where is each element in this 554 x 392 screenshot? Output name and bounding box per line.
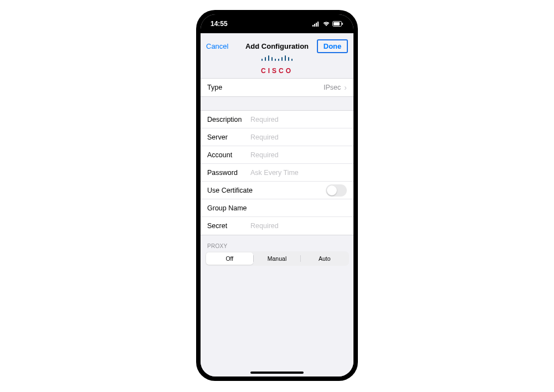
server-row: Server	[201, 128, 353, 146]
proxy-header: Proxy	[201, 235, 353, 251]
type-group: Type IPsec ›	[201, 78, 353, 97]
description-input[interactable]	[250, 116, 347, 123]
server-label: Server	[207, 133, 250, 141]
svg-rect-1	[314, 24, 315, 27]
proxy-option-manual[interactable]: Manual	[254, 252, 301, 265]
svg-rect-7	[261, 59, 263, 61]
wifi-icon	[322, 21, 330, 27]
secret-row: Secret	[201, 217, 353, 235]
svg-rect-14	[285, 55, 286, 61]
account-row: Account	[201, 146, 353, 164]
account-input[interactable]	[250, 151, 347, 159]
svg-rect-9	[268, 55, 269, 61]
signal-icon	[312, 21, 320, 27]
status-time: 14:55	[211, 20, 228, 28]
svg-rect-5	[334, 22, 340, 25]
svg-rect-16	[291, 59, 293, 61]
certificate-row: Use Certificate	[201, 182, 353, 199]
spacer	[201, 97, 353, 110]
type-label: Type	[207, 84, 324, 91]
server-input[interactable]	[250, 133, 347, 141]
svg-rect-13	[281, 57, 283, 61]
group-label: Group Name	[207, 204, 250, 212]
battery-icon	[332, 21, 343, 27]
proxy-segmented-control[interactable]: Off Manual Auto	[205, 251, 349, 266]
chevron-right-icon: ›	[344, 83, 347, 92]
home-indicator[interactable]	[250, 372, 304, 374]
status-right	[312, 21, 343, 27]
svg-rect-0	[312, 25, 314, 27]
svg-rect-11	[275, 59, 276, 61]
screen: 14:55 Cancel Add Configuration Done	[201, 14, 353, 376]
modal-sheet: Cancel Add Configuration Done	[201, 33, 353, 376]
nav-bar: Cancel Add Configuration Done	[201, 33, 353, 53]
account-label: Account	[207, 151, 250, 159]
description-row: Description	[201, 111, 353, 128]
group-row: Group Name	[201, 199, 353, 217]
certificate-toggle[interactable]	[326, 184, 347, 197]
password-row: Password	[201, 164, 353, 182]
fields-group: Description Server Account Password Use …	[201, 110, 353, 235]
description-label: Description	[207, 116, 250, 123]
svg-rect-12	[278, 59, 279, 61]
cisco-logo: CISCO	[201, 53, 353, 78]
cisco-logo-text: CISCO	[201, 67, 353, 75]
type-row[interactable]: Type IPsec ›	[201, 79, 353, 96]
svg-rect-10	[271, 57, 273, 61]
type-value: IPsec	[324, 84, 343, 91]
certificate-label: Use Certificate	[207, 187, 326, 194]
secret-label: Secret	[207, 222, 250, 230]
secret-input[interactable]	[250, 222, 347, 230]
proxy-option-auto[interactable]: Auto	[301, 252, 348, 265]
password-label: Password	[207, 169, 250, 177]
proxy-option-off[interactable]: Off	[206, 252, 253, 265]
group-input[interactable]	[250, 204, 347, 212]
svg-rect-8	[265, 57, 266, 61]
svg-rect-3	[317, 22, 319, 27]
password-input[interactable]	[250, 169, 347, 177]
svg-rect-6	[342, 23, 343, 25]
svg-rect-2	[316, 23, 317, 27]
cancel-button[interactable]: Cancel	[206, 42, 237, 50]
phone-frame: 14:55 Cancel Add Configuration Done	[196, 10, 358, 381]
page-title: Add Configuration	[245, 42, 309, 50]
done-button[interactable]: Done	[317, 39, 348, 53]
svg-rect-15	[288, 57, 289, 61]
status-bar: 14:55	[201, 14, 353, 33]
